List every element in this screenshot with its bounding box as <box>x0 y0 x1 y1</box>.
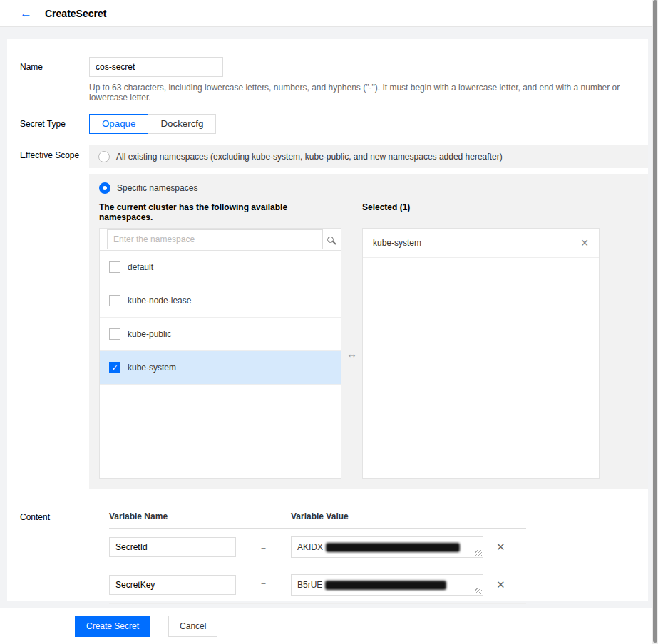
variable-value-textarea-secretkey[interactable]: B5rUE <box>291 574 483 596</box>
panel-titles: The current cluster has the following av… <box>99 202 638 222</box>
name-row: Name Up to 63 characters, including lowe… <box>7 57 648 103</box>
search-icon <box>327 237 334 243</box>
transfer-arrows-icon: ↔ <box>341 228 362 479</box>
checkbox-kube-public[interactable] <box>109 328 120 340</box>
name-hint: Up to 63 characters, including lowercase… <box>89 83 648 103</box>
scope-specific-panel: Specific namespaces The current cluster … <box>89 174 648 489</box>
resize-handle[interactable] <box>475 550 482 556</box>
available-namespaces-title: The current cluster has the following av… <box>99 202 341 222</box>
footer-bar: Create Secret Cancel <box>0 608 652 644</box>
variable-value-textarea-secretid[interactable]: AKIDX <box>291 536 483 558</box>
radio-specific-namespaces[interactable] <box>99 182 110 194</box>
value-prefix: AKIDX <box>297 542 323 552</box>
secret-type-dockercfg-button[interactable]: Dockercfg <box>148 114 216 134</box>
scope-option-specific-label: Specific namespaces <box>117 183 197 193</box>
namespace-search-input[interactable] <box>107 229 323 249</box>
namespace-label: default <box>128 262 153 272</box>
back-arrow-icon[interactable]: ← <box>20 7 32 19</box>
table-row: = B5rUE ✕ <box>109 566 526 604</box>
scope-option-all-label: All existing namespaces (excluding kube-… <box>116 152 503 162</box>
vertical-scrollbar <box>652 0 658 644</box>
checkbox-kube-system[interactable]: ✓ <box>109 362 120 373</box>
content-label: Content <box>20 507 89 623</box>
checkbox-kube-node-lease[interactable] <box>109 295 120 306</box>
namespace-list: default kube-node-lease kube-public <box>100 251 341 478</box>
table-row: = AKIDX ✕ <box>109 529 526 566</box>
available-namespaces-panel: default kube-node-lease kube-public <box>99 228 341 479</box>
name-input[interactable] <box>89 57 223 77</box>
list-item-default[interactable]: default <box>100 251 341 284</box>
page-header: ← CreateSecret <box>0 0 652 27</box>
variable-name-input-secretkey[interactable] <box>109 575 236 595</box>
redacted-value <box>326 543 460 552</box>
secret-type-row: Secret Type Opaque Dockercfg <box>7 114 648 134</box>
delete-row-icon[interactable]: ✕ <box>496 578 505 591</box>
create-secret-page: ← CreateSecret Name Up to 63 characters,… <box>0 0 658 644</box>
scrollbar-thumb[interactable] <box>653 0 657 643</box>
namespace-label: kube-public <box>128 329 171 339</box>
cancel-button[interactable]: Cancel <box>168 616 217 637</box>
variable-name-input-secretid[interactable] <box>109 537 236 557</box>
selected-namespace-label: kube-system <box>373 238 421 248</box>
secret-type-toggle: Opaque Dockercfg <box>89 114 216 134</box>
effective-scope-label: Effective Scope <box>20 145 89 489</box>
equals-sign: = <box>236 580 291 590</box>
create-secret-button[interactable]: Create Secret <box>75 616 150 637</box>
variable-name-column-header: Variable Name <box>109 511 291 521</box>
selected-namespaces-panel: kube-system ✕ <box>362 228 600 479</box>
namespace-label: kube-system <box>128 363 176 373</box>
form-card: Name Up to 63 characters, including lowe… <box>7 39 648 601</box>
delete-row-icon[interactable]: ✕ <box>496 541 505 554</box>
list-item-kube-node-lease[interactable]: kube-node-lease <box>100 284 341 318</box>
selected-count-title: Selected (1) <box>362 202 600 222</box>
scope-option-all[interactable]: All existing namespaces (excluding kube-… <box>89 145 648 168</box>
remove-selected-icon[interactable]: ✕ <box>580 238 589 248</box>
content-row: Content Variable Name Variable Value = A… <box>7 507 648 623</box>
secret-type-label: Secret Type <box>20 114 89 134</box>
name-label: Name <box>20 57 89 103</box>
variables-table-header: Variable Name Variable Value <box>109 507 526 529</box>
variable-value-column-header: Variable Value <box>291 511 349 521</box>
redacted-value <box>325 581 446 590</box>
secret-type-opaque-button[interactable]: Opaque <box>89 114 148 134</box>
radio-all-namespaces[interactable] <box>98 151 110 162</box>
page-title: CreateSecret <box>45 8 106 19</box>
resize-handle[interactable] <box>475 588 482 594</box>
namespace-search-bar <box>100 229 341 251</box>
checkbox-default[interactable] <box>109 261 120 273</box>
list-item-kube-public[interactable]: kube-public <box>100 318 341 351</box>
equals-sign: = <box>236 542 291 552</box>
value-prefix: B5rUE <box>297 580 322 590</box>
namespace-label: kube-node-lease <box>128 296 191 306</box>
selected-item-kube-system: kube-system ✕ <box>363 229 599 258</box>
variables-table: Variable Name Variable Value = AKIDX ✕ <box>109 507 526 623</box>
effective-scope-row: Effective Scope All existing namespaces … <box>7 145 648 489</box>
list-item-kube-system[interactable]: ✓ kube-system <box>100 351 341 385</box>
scope-option-specific[interactable]: Specific namespaces <box>99 182 638 194</box>
